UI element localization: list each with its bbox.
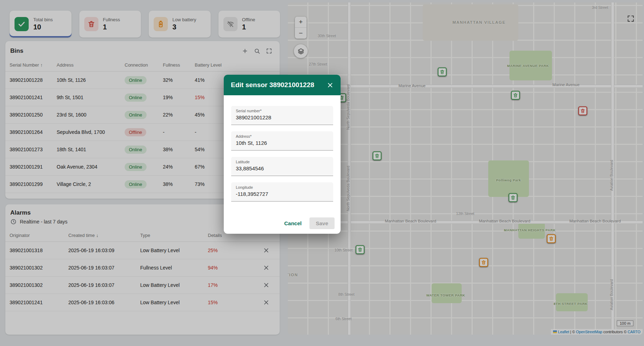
field-value: 10th St, 1126 — [236, 140, 329, 146]
field-value: -118,3952727 — [236, 191, 329, 197]
form-field[interactable]: Serial number* 389021001228 — [231, 106, 333, 125]
field-label: Longitude — [236, 185, 329, 189]
save-button[interactable]: Save — [309, 217, 335, 229]
field-label: Latitude — [236, 160, 329, 164]
app-root: Total bins 10 Fullness 1 Low — [0, 0, 644, 346]
field-label: Serial number* — [236, 109, 329, 113]
field-value: 33,8854546 — [236, 165, 329, 171]
field-label: Address* — [236, 134, 329, 138]
dialog-close-button[interactable] — [324, 79, 336, 91]
form-field[interactable]: Address* 10th St, 1126 — [231, 131, 333, 151]
edit-sensor-dialog: Edit sensor 389021001228 Serial number* … — [224, 75, 341, 234]
form-field[interactable]: Longitude -118,3952727 — [231, 182, 333, 202]
dialog-title: Edit sensor 389021001228 — [231, 81, 324, 89]
field-value: 389021001228 — [236, 114, 329, 120]
close-icon — [327, 82, 334, 89]
dialog-form: Serial number* 389021001228 Address* 10t… — [224, 95, 341, 208]
form-field[interactable]: Latitude 33,8854546 — [231, 157, 333, 176]
cancel-button[interactable]: Cancel — [280, 217, 306, 229]
